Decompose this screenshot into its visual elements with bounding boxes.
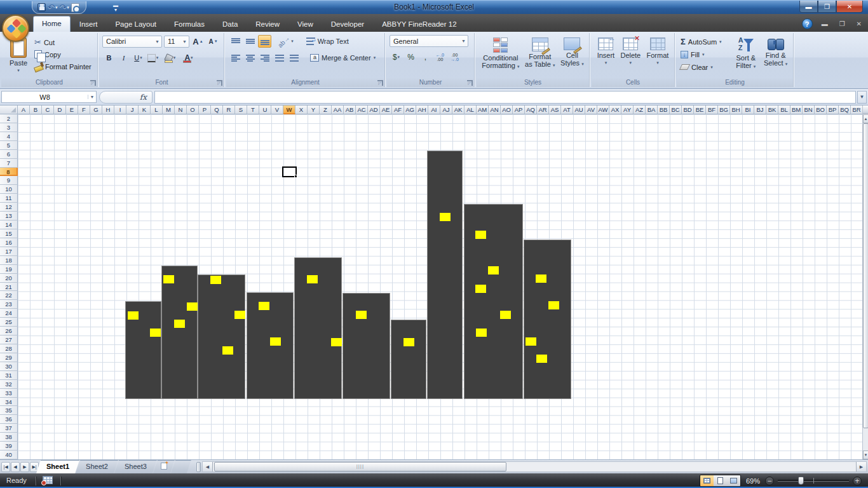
column-header-BB[interactable]: BB: [658, 105, 670, 114]
row-header-24[interactable]: 24: [0, 309, 18, 318]
previous-sheet-button[interactable]: ◀: [11, 462, 20, 472]
column-header-BG[interactable]: BG: [718, 105, 730, 114]
select-all-corner[interactable]: [0, 105, 18, 114]
sheet-grid[interactable]: [18, 114, 863, 459]
font-name-select[interactable]: Calibri▼: [102, 36, 162, 48]
format-as-table-button[interactable]: Formatas Table ▾: [522, 35, 557, 78]
zoom-slider-track[interactable]: [778, 480, 849, 482]
column-header-AF[interactable]: AF: [392, 105, 404, 114]
column-header-J[interactable]: J: [126, 105, 139, 114]
name-box[interactable]: W8 ▼: [1, 91, 97, 103]
align-right-button[interactable]: [258, 51, 271, 64]
scroll-up-button[interactable]: ▲: [863, 114, 868, 123]
row-header-14[interactable]: 14: [0, 220, 18, 229]
row-header-32[interactable]: 32: [0, 380, 18, 389]
column-header-AL[interactable]: AL: [465, 105, 477, 114]
row-header-22[interactable]: 22: [0, 291, 18, 300]
scroll-right-button[interactable]: ▶: [856, 462, 866, 471]
page-break-view-button[interactable]: [727, 475, 740, 486]
sheet-tab-sheet1[interactable]: Sheet1: [36, 460, 79, 473]
row-header-33[interactable]: 33: [0, 389, 18, 398]
wrap-text-button[interactable]: Wrap Text: [306, 35, 349, 48]
underline-button[interactable]: U▾: [132, 51, 145, 64]
orientation-button[interactable]: ab→▾: [276, 35, 294, 48]
column-header-AU[interactable]: AU: [573, 105, 585, 114]
workbook-close-button[interactable]: ✕: [854, 20, 864, 27]
scroll-down-button[interactable]: ▼: [863, 451, 868, 459]
row-header-34[interactable]: 34: [0, 398, 18, 407]
tab-insert[interactable]: Insert: [71, 17, 107, 32]
tab-area-splitter[interactable]: [196, 462, 201, 472]
column-header-A[interactable]: A: [18, 105, 30, 114]
tab-developer[interactable]: Developer: [322, 17, 373, 32]
first-sheet-button[interactable]: |◀: [1, 462, 10, 472]
row-header-36[interactable]: 36: [0, 415, 18, 424]
building-shape[interactable]: [391, 320, 426, 399]
column-header-AW[interactable]: AW: [597, 105, 609, 114]
bold-button[interactable]: B: [102, 51, 116, 64]
fill-handle[interactable]: [294, 175, 297, 178]
column-header-Z[interactable]: Z: [320, 105, 332, 114]
building-window-shape[interactable]: [270, 337, 281, 346]
building-window-shape[interactable]: [475, 285, 486, 293]
vertical-split-handle[interactable]: [863, 105, 868, 114]
row-header-31[interactable]: 31: [0, 371, 18, 380]
italic-button[interactable]: I: [117, 51, 130, 64]
delete-cells-button[interactable]: ✕ Delete▾: [618, 35, 643, 78]
row-header-18[interactable]: 18: [0, 256, 18, 265]
column-header-AI[interactable]: AI: [428, 105, 440, 114]
zoom-slider-thumb[interactable]: [798, 477, 804, 485]
row-header-10[interactable]: 10: [0, 185, 18, 194]
align-center-button[interactable]: [243, 51, 257, 64]
restore-button[interactable]: ❐: [818, 1, 836, 13]
macro-record-button[interactable]: [43, 476, 53, 484]
building-shape[interactable]: [198, 274, 245, 399]
building-shape[interactable]: [464, 204, 523, 399]
row-header-37[interactable]: 37: [0, 424, 18, 433]
building-window-shape[interactable]: [150, 329, 161, 337]
row-header-5[interactable]: 5: [0, 141, 18, 150]
building-window-shape[interactable]: [222, 346, 233, 355]
building-shape[interactable]: [161, 266, 198, 399]
next-sheet-button[interactable]: ▶: [20, 462, 29, 472]
comma-format-button[interactable]: ,: [419, 51, 432, 64]
column-header-S[interactable]: S: [235, 105, 247, 114]
building-shape[interactable]: [342, 293, 390, 399]
column-header-BD[interactable]: BD: [682, 105, 694, 114]
column-header-AR[interactable]: AR: [537, 105, 549, 114]
column-header-N[interactable]: N: [175, 105, 187, 114]
column-header-BN[interactable]: BN: [803, 105, 815, 114]
normal-view-button[interactable]: [700, 475, 714, 486]
column-header-BJ[interactable]: BJ: [754, 105, 766, 114]
column-header-F[interactable]: F: [78, 105, 90, 114]
zoom-out-button[interactable]: −: [765, 477, 774, 485]
align-middle-button[interactable]: [243, 35, 257, 48]
column-header-U[interactable]: U: [259, 105, 271, 114]
column-header-O[interactable]: O: [187, 105, 199, 114]
horizontal-scrollbar[interactable]: ◀ ▶: [202, 461, 867, 472]
column-header-AN[interactable]: AN: [489, 105, 501, 114]
conditional-formatting-button[interactable]: ConditionalFormatting ▾: [479, 35, 522, 78]
workbook-minimize-button[interactable]: ▬: [819, 20, 831, 27]
column-header-AM[interactable]: AM: [477, 105, 489, 114]
building-window-shape[interactable]: [259, 302, 269, 310]
column-header-AE[interactable]: AE: [380, 105, 392, 114]
number-dialog-launcher[interactable]: [467, 80, 473, 86]
tab-formulas[interactable]: Formulas: [165, 17, 214, 32]
building-window-shape[interactable]: [536, 355, 547, 363]
column-header-BL[interactable]: BL: [778, 105, 790, 114]
row-header-29[interactable]: 29: [0, 353, 18, 362]
row-header-13[interactable]: 13: [0, 212, 18, 220]
scroll-left-button[interactable]: ◀: [203, 462, 213, 471]
column-header-AT[interactable]: AT: [561, 105, 573, 114]
column-header-P[interactable]: P: [199, 105, 211, 114]
row-header-28[interactable]: 28: [0, 344, 18, 353]
column-header-BQ[interactable]: BQ: [839, 105, 851, 114]
column-header-W[interactable]: W: [283, 105, 295, 114]
row-header-30[interactable]: 30: [0, 362, 18, 371]
cut-button[interactable]: ✂Cut: [33, 36, 93, 48]
column-header-K[interactable]: K: [139, 105, 151, 114]
merge-center-button[interactable]: Merge & Center▾: [309, 51, 376, 64]
column-header-BM[interactable]: BM: [790, 105, 803, 114]
align-left-button[interactable]: [229, 51, 242, 64]
